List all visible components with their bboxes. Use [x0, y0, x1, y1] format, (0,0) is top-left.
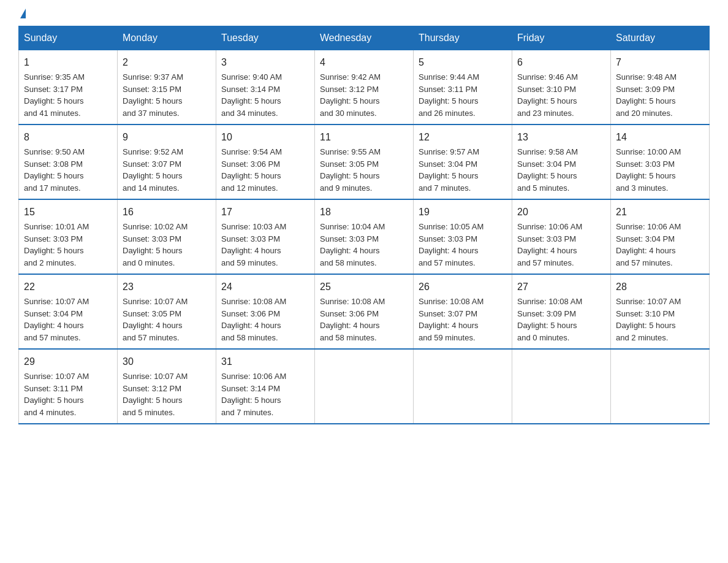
calendar-cell: 16Sunrise: 10:02 AM Sunset: 3:03 PM Dayl… [118, 199, 216, 274]
day-info: Sunrise: 10:00 AM Sunset: 3:03 PM Daylig… [616, 147, 681, 193]
calendar-cell: 12Sunrise: 9:57 AM Sunset: 3:04 PM Dayli… [414, 124, 512, 199]
day-info: Sunrise: 9:35 AM Sunset: 3:17 PM Dayligh… [24, 72, 85, 118]
day-info: Sunrise: 10:07 AM Sunset: 3:11 PM Daylig… [24, 372, 89, 417]
calendar-week-row: 29Sunrise: 10:07 AM Sunset: 3:11 PM Dayl… [19, 349, 710, 424]
day-info: Sunrise: 10:06 AM Sunset: 3:04 PM Daylig… [616, 222, 681, 267]
day-number: 18 [320, 205, 408, 220]
calendar-cell: 30Sunrise: 10:07 AM Sunset: 3:12 PM Dayl… [118, 349, 216, 424]
day-info: Sunrise: 10:07 AM Sunset: 3:10 PM Daylig… [616, 297, 681, 342]
calendar-week-row: 1Sunrise: 9:35 AM Sunset: 3:17 PM Daylig… [19, 50, 710, 125]
calendar-cell: 26Sunrise: 10:08 AM Sunset: 3:07 PM Dayl… [414, 274, 512, 349]
day-number: 27 [517, 280, 605, 294]
day-number: 9 [123, 130, 211, 145]
calendar-cell: 18Sunrise: 10:04 AM Sunset: 3:03 PM Dayl… [315, 199, 414, 274]
day-number: 6 [517, 55, 605, 70]
header-day-thursday: Thursday [414, 26, 512, 50]
day-info: Sunrise: 10:03 AM Sunset: 3:03 PM Daylig… [221, 222, 286, 267]
calendar-week-row: 15Sunrise: 10:01 AM Sunset: 3:03 PM Dayl… [19, 199, 710, 274]
day-info: Sunrise: 10:02 AM Sunset: 3:03 PM Daylig… [123, 222, 188, 267]
day-info: Sunrise: 10:07 AM Sunset: 3:04 PM Daylig… [24, 297, 89, 342]
day-info: Sunrise: 9:37 AM Sunset: 3:15 PM Dayligh… [123, 72, 183, 118]
day-number: 12 [419, 130, 507, 145]
calendar-cell [512, 349, 611, 424]
calendar-cell: 11Sunrise: 9:55 AM Sunset: 3:05 PM Dayli… [315, 124, 414, 199]
calendar-cell: 27Sunrise: 10:08 AM Sunset: 3:09 PM Dayl… [512, 274, 611, 349]
calendar-cell: 3Sunrise: 9:40 AM Sunset: 3:14 PM Daylig… [216, 50, 315, 125]
day-info: Sunrise: 9:46 AM Sunset: 3:10 PM Dayligh… [517, 72, 578, 118]
day-info: Sunrise: 10:01 AM Sunset: 3:03 PM Daylig… [24, 222, 89, 267]
day-number: 29 [24, 354, 112, 369]
logo-triangle-icon [20, 9, 26, 18]
day-number: 21 [616, 205, 704, 220]
calendar-header-row: SundayMondayTuesdayWednesdayThursdayFrid… [19, 26, 710, 50]
calendar-cell: 23Sunrise: 10:07 AM Sunset: 3:05 PM Dayl… [118, 274, 216, 349]
calendar-cell: 5Sunrise: 9:44 AM Sunset: 3:11 PM Daylig… [414, 50, 512, 125]
calendar-cell [611, 349, 710, 424]
day-number: 17 [221, 205, 309, 220]
day-number: 30 [123, 354, 211, 369]
day-number: 11 [320, 130, 408, 145]
calendar-week-row: 8Sunrise: 9:50 AM Sunset: 3:08 PM Daylig… [19, 124, 710, 199]
day-number: 7 [616, 55, 704, 70]
day-info: Sunrise: 10:06 AM Sunset: 3:14 PM Daylig… [221, 372, 286, 417]
day-number: 3 [221, 55, 309, 70]
day-number: 4 [320, 55, 408, 70]
calendar-cell [315, 349, 414, 424]
day-number: 5 [419, 55, 507, 70]
day-info: Sunrise: 10:05 AM Sunset: 3:03 PM Daylig… [419, 222, 483, 267]
calendar-cell: 1Sunrise: 9:35 AM Sunset: 3:17 PM Daylig… [19, 50, 118, 125]
day-number: 28 [616, 280, 704, 294]
day-info: Sunrise: 10:08 AM Sunset: 3:09 PM Daylig… [517, 297, 582, 342]
day-number: 8 [24, 130, 112, 145]
calendar-cell: 4Sunrise: 9:42 AM Sunset: 3:12 PM Daylig… [315, 50, 414, 125]
day-number: 31 [221, 354, 309, 369]
header-day-friday: Friday [512, 26, 611, 50]
day-info: Sunrise: 10:04 AM Sunset: 3:03 PM Daylig… [320, 222, 385, 267]
day-number: 13 [517, 130, 605, 145]
day-info: Sunrise: 10:07 AM Sunset: 3:05 PM Daylig… [123, 297, 188, 342]
calendar-cell: 7Sunrise: 9:48 AM Sunset: 3:09 PM Daylig… [611, 50, 710, 125]
header [18, 12, 710, 20]
day-info: Sunrise: 9:55 AM Sunset: 3:05 PM Dayligh… [320, 147, 381, 193]
day-number: 22 [24, 280, 112, 294]
day-number: 1 [24, 55, 112, 70]
calendar-cell: 9Sunrise: 9:52 AM Sunset: 3:07 PM Daylig… [118, 124, 216, 199]
calendar-week-row: 22Sunrise: 10:07 AM Sunset: 3:04 PM Dayl… [19, 274, 710, 349]
calendar-cell: 19Sunrise: 10:05 AM Sunset: 3:03 PM Dayl… [414, 199, 512, 274]
header-day-saturday: Saturday [611, 26, 710, 50]
day-number: 16 [123, 205, 211, 220]
day-number: 24 [221, 280, 309, 294]
header-day-tuesday: Tuesday [216, 26, 315, 50]
day-info: Sunrise: 9:48 AM Sunset: 3:09 PM Dayligh… [616, 72, 677, 118]
day-info: Sunrise: 9:44 AM Sunset: 3:11 PM Dayligh… [419, 72, 479, 118]
day-info: Sunrise: 10:08 AM Sunset: 3:07 PM Daylig… [419, 297, 483, 342]
day-info: Sunrise: 9:54 AM Sunset: 3:06 PM Dayligh… [221, 147, 282, 193]
day-info: Sunrise: 9:58 AM Sunset: 3:04 PM Dayligh… [517, 147, 578, 193]
day-number: 20 [517, 205, 605, 220]
day-number: 25 [320, 280, 408, 294]
calendar-cell: 6Sunrise: 9:46 AM Sunset: 3:10 PM Daylig… [512, 50, 611, 125]
calendar-cell: 24Sunrise: 10:08 AM Sunset: 3:06 PM Dayl… [216, 274, 315, 349]
calendar-cell [414, 349, 512, 424]
calendar-cell: 13Sunrise: 9:58 AM Sunset: 3:04 PM Dayli… [512, 124, 611, 199]
calendar-cell: 28Sunrise: 10:07 AM Sunset: 3:10 PM Dayl… [611, 274, 710, 349]
day-number: 2 [123, 55, 211, 70]
calendar-cell: 15Sunrise: 10:01 AM Sunset: 3:03 PM Dayl… [19, 199, 118, 274]
header-day-wednesday: Wednesday [315, 26, 414, 50]
calendar-cell: 2Sunrise: 9:37 AM Sunset: 3:15 PM Daylig… [118, 50, 216, 125]
calendar-cell: 20Sunrise: 10:06 AM Sunset: 3:03 PM Dayl… [512, 199, 611, 274]
day-info: Sunrise: 10:08 AM Sunset: 3:06 PM Daylig… [221, 297, 286, 342]
day-info: Sunrise: 10:08 AM Sunset: 3:06 PM Daylig… [320, 297, 385, 342]
calendar-cell: 14Sunrise: 10:00 AM Sunset: 3:03 PM Dayl… [611, 124, 710, 199]
calendar-cell: 31Sunrise: 10:06 AM Sunset: 3:14 PM Dayl… [216, 349, 315, 424]
calendar-cell: 8Sunrise: 9:50 AM Sunset: 3:08 PM Daylig… [19, 124, 118, 199]
calendar-cell: 22Sunrise: 10:07 AM Sunset: 3:04 PM Dayl… [19, 274, 118, 349]
day-number: 19 [419, 205, 507, 220]
header-day-monday: Monday [118, 26, 216, 50]
logo [18, 12, 31, 20]
day-number: 15 [24, 205, 112, 220]
day-info: Sunrise: 9:57 AM Sunset: 3:04 PM Dayligh… [419, 147, 479, 193]
header-day-sunday: Sunday [19, 26, 118, 50]
day-info: Sunrise: 9:50 AM Sunset: 3:08 PM Dayligh… [24, 147, 85, 193]
calendar-cell: 21Sunrise: 10:06 AM Sunset: 3:04 PM Dayl… [611, 199, 710, 274]
